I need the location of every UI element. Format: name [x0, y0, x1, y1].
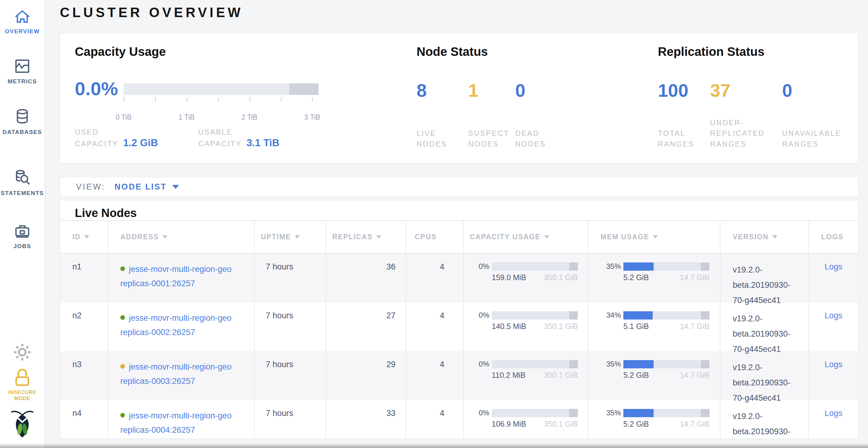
sort-arrow-icon — [295, 235, 300, 239]
live-nodes-label: LIVENODES — [416, 128, 468, 149]
insecure-mode-label: INSECURE MODE — [0, 389, 44, 402]
mem-mini-bar — [623, 311, 710, 319]
capacity-percent: 0% — [470, 311, 492, 319]
mem-used-value: 5.2 GiB — [623, 273, 649, 282]
live-nodes-count: 8 — [416, 81, 468, 100]
sidebar-item-statements[interactable]: STATEMENTS — [0, 168, 44, 197]
total-ranges-label: TOTALRANGES — [658, 128, 710, 149]
sidebar-item-jobs[interactable]: JOBS — [0, 221, 44, 250]
node-id: n4 — [60, 400, 108, 439]
node-mem-usage: 34% 5.1 GiB14.7 GiB — [588, 303, 720, 357]
capacity-mini-bar — [492, 409, 578, 417]
suspect-nodes-count: 1 — [468, 81, 515, 100]
capacity-axis: 0 TiB1 TiB2 TiB3 TiB — [124, 95, 318, 107]
capacity-used-value: 159.0 MiB — [492, 273, 526, 282]
capacity-percent: 0% — [470, 262, 492, 271]
capacity-total-value: 350.1 GiB — [544, 322, 578, 331]
node-replicas: 36 — [326, 253, 406, 308]
node-logs-link[interactable]: Logs — [825, 311, 843, 320]
sidebar-item-metrics[interactable]: METRICS — [0, 57, 44, 85]
node-logs-link[interactable]: Logs — [825, 360, 843, 369]
mem-used-value: 5.1 GiB — [623, 322, 649, 331]
mem-percent: 35% — [600, 262, 623, 271]
capacity-total-value: 350.1 GiB — [544, 273, 578, 282]
viewport-bottom-shadow — [0, 443, 868, 448]
node-cpus: 4 — [406, 400, 464, 439]
capacity-bar-track — [124, 83, 318, 95]
capacity-axis-tick — [187, 97, 187, 101]
node-id: n2 — [60, 303, 108, 357]
column-header-uptime[interactable]: UPTIME — [255, 221, 326, 253]
node-address-link[interactable]: jesse-movr-multi-region-georeplicas-0004… — [120, 411, 231, 435]
capacity-bar: 0 TiB1 TiB2 TiB3 TiB — [124, 83, 318, 107]
node-status-dot — [120, 315, 125, 320]
database-search-icon — [12, 182, 32, 188]
mem-mini-bar — [623, 360, 710, 368]
cluster-overview-page: OVERVIEW METRICS DATABASES — [0, 0, 868, 448]
sort-arrow-icon — [772, 235, 777, 239]
column-header-version[interactable]: VERSION — [720, 221, 809, 253]
node-version: v19.2.0-beta.20190930-70-g445ec41 — [720, 303, 809, 357]
replication-status-section: Replication Status 100 37 0 TOTALRANGES … — [658, 33, 857, 164]
sort-arrow-icon — [544, 235, 549, 239]
sidebar-item-label: OVERVIEW — [0, 28, 44, 35]
node-logs-cell: Logs — [809, 351, 858, 406]
column-header-address[interactable]: ADDRESS — [108, 221, 255, 253]
node-address-cell: jesse-movr-multi-region-georeplicas-0001… — [108, 253, 255, 308]
capacity-usage-title: Capacity Usage — [75, 45, 166, 59]
dead-nodes-count: 0 — [515, 81, 525, 100]
under-replicated-ranges-label: UNDER-REPLICATEDRANGES — [710, 117, 782, 149]
usable-capacity-stat: USABLE CAPACITY3.1 TiB — [198, 127, 321, 149]
table-row: n4 jesse-movr-multi-region-georeplicas-0… — [60, 400, 858, 439]
mem-percent: 35% — [600, 360, 623, 368]
node-logs-link[interactable]: Logs — [825, 409, 843, 418]
node-status-dot — [120, 267, 125, 271]
column-header-capacity-usage[interactable]: CAPACITY USAGE — [464, 221, 588, 253]
cockroachdb-bug-logo — [0, 409, 44, 440]
node-logs-link[interactable]: Logs — [825, 262, 843, 271]
column-header-mem-usage[interactable]: MEM USAGE — [588, 221, 720, 253]
sort-arrow-icon — [653, 235, 658, 239]
under-replicated-ranges-count: 37 — [710, 81, 782, 100]
node-address-link[interactable]: jesse-movr-multi-region-georeplicas-0002… — [120, 313, 231, 337]
node-version: v19.2.0-beta.20190930-70-g445ec41 — [720, 400, 809, 439]
capacity-percent: 0% — [470, 409, 492, 417]
capacity-mini-bar — [492, 360, 578, 368]
capacity-used-value: 110.2 MiB — [492, 371, 526, 380]
capacity-bar-endcap — [289, 83, 318, 95]
node-uptime: 7 hours — [255, 351, 326, 406]
node-status-title: Node Status — [416, 45, 488, 59]
node-cpus: 4 — [406, 303, 464, 357]
view-dropdown[interactable]: NODE LIST — [115, 182, 179, 192]
node-cpus: 4 — [406, 351, 464, 406]
node-status-dot — [120, 413, 125, 417]
node-version: v19.2.0-beta.20190930-70-g445ec41 — [720, 351, 809, 406]
table-header-row: ID ADDRESS UPTIME REPLICAS CPUS CAPACITY… — [60, 220, 858, 253]
capacity-axis-label: 1 TiB — [179, 113, 194, 122]
live-nodes-title: Live Nodes — [60, 201, 858, 220]
dead-nodes-label: DEADNODES — [515, 128, 546, 149]
node-address-link[interactable]: jesse-movr-multi-region-georeplicas-0003… — [120, 362, 231, 386]
column-header-id[interactable]: ID — [60, 221, 108, 253]
sort-arrow-icon — [162, 235, 167, 239]
capacity-axis-label: 2 TiB — [241, 113, 257, 122]
sidebar-item-databases[interactable]: DATABASES — [0, 107, 44, 136]
used-capacity-value: 1.2 GiB — [123, 137, 158, 148]
settings-button[interactable] — [0, 343, 44, 363]
column-header-logs: LOGS — [809, 221, 858, 253]
cluster-summary-card: Capacity Usage 0.0% 0 TiB1 TiB2 TiB3 TiB… — [60, 33, 858, 163]
node-address-cell: jesse-movr-multi-region-georeplicas-0002… — [108, 303, 255, 357]
node-logs-cell: Logs — [809, 303, 858, 357]
mem-total-value: 14.7 GiB — [680, 322, 710, 331]
capacity-axis-tick — [312, 97, 313, 101]
unavailable-ranges-label: UNAVAILABLERANGES — [782, 128, 841, 149]
node-uptime: 7 hours — [255, 400, 326, 439]
capacity-mini-bar — [492, 263, 578, 271]
capacity-mini-bar — [492, 311, 578, 319]
node-mem-usage: 35% 5.2 GiB14.7 GiB — [588, 400, 720, 439]
capacity-axis-tick — [281, 97, 282, 101]
column-header-replicas[interactable]: REPLICAS — [326, 221, 406, 253]
sort-arrow-icon — [84, 235, 89, 239]
sidebar-item-overview[interactable]: OVERVIEW — [0, 7, 44, 35]
node-address-link[interactable]: jesse-movr-multi-region-georeplicas-0001… — [120, 265, 231, 288]
